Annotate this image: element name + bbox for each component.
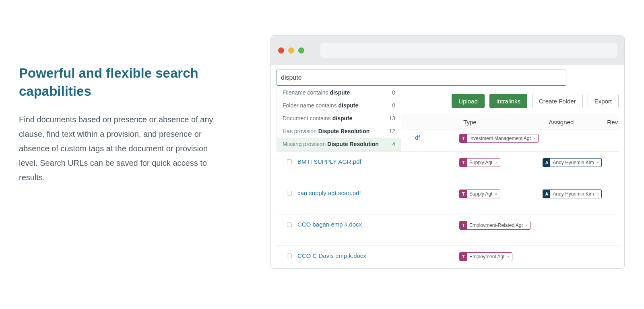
- assigned-tag[interactable]: A Andy Hyunmin Kim ×: [543, 158, 601, 167]
- remove-tag-icon[interactable]: ×: [507, 254, 512, 259]
- minimize-window-icon[interactable]: [288, 47, 294, 54]
- tag-badge-icon: T: [460, 159, 467, 167]
- suggestion-label: Missing provision Dispute Resolution: [283, 141, 379, 147]
- export-button[interactable]: Export: [588, 94, 619, 108]
- type-tag[interactable]: T Employment Agt ×: [459, 252, 512, 261]
- document-name[interactable]: can supply agt scan.pdf: [297, 190, 361, 196]
- table-row[interactable]: CCO C Davis emp k.docx T Employment Agt …: [277, 246, 619, 269]
- table-row[interactable]: can supply agt scan.pdf T Supply Agt × A…: [277, 183, 619, 214]
- zoom-window-icon[interactable]: [298, 47, 304, 54]
- tag-badge-icon: T: [460, 221, 467, 229]
- suggestion-label: Filename contains dispute: [283, 89, 350, 96]
- document-name[interactable]: df: [415, 134, 420, 141]
- column-header-assigned[interactable]: Assigned: [549, 119, 607, 126]
- marketing-body: Find documents based on presence or abse…: [19, 112, 224, 185]
- close-window-icon[interactable]: [278, 47, 284, 54]
- suggestion-count: 0: [386, 89, 395, 96]
- suggestion-document-contains[interactable]: Document contains dispute 13: [277, 112, 401, 125]
- suggestion-count: 0: [386, 102, 395, 109]
- tag-label: Supply Agt: [467, 191, 495, 197]
- search-input[interactable]: dispute: [277, 70, 566, 86]
- upload-button[interactable]: Upload: [452, 94, 485, 108]
- assigned-tag[interactable]: A Andy Hyunmin Kim ×: [543, 190, 601, 198]
- suggestion-count: 13: [386, 115, 395, 122]
- column-header-rev[interactable]: Rev: [607, 119, 619, 126]
- document-name[interactable]: BMTI SUPPLY AGR.pdf: [297, 158, 361, 165]
- remove-tag-icon[interactable]: ×: [597, 192, 601, 196]
- tag-label: Andy Hyunmin Kim: [550, 160, 596, 165]
- tag-badge-icon: T: [460, 253, 467, 261]
- table-row[interactable]: CCO bagan emp k.docx T Employment-Relate…: [277, 214, 619, 246]
- tag-label: Investment Management Agt: [467, 136, 533, 141]
- create-folder-button[interactable]: Create Folder: [532, 94, 583, 108]
- document-name[interactable]: CCO C Davis emp k.docx: [297, 252, 366, 259]
- tag-label: Employment Agt: [467, 254, 507, 260]
- suggestion-filename-contains[interactable]: Filename contains dispute 0: [277, 86, 401, 99]
- tag-badge-icon: T: [460, 134, 467, 142]
- remove-tag-icon[interactable]: ×: [495, 160, 500, 165]
- suggestion-label: Has provision Dispute Resolution: [283, 128, 369, 134]
- type-tag[interactable]: T Supply Agt ×: [459, 158, 500, 167]
- tag-label: Supply Agt: [467, 160, 495, 165]
- type-tag[interactable]: T Supply Agt ×: [459, 190, 500, 198]
- suggestion-folder-contains[interactable]: Folder name contains dispute 0: [277, 99, 401, 112]
- table-row[interactable]: BMTI SUPPLY AGR.pdf T Supply Agt × A And…: [277, 152, 619, 183]
- remove-tag-icon[interactable]: ×: [597, 160, 601, 165]
- remove-tag-icon[interactable]: ×: [525, 223, 530, 228]
- tag-badge-icon: T: [460, 190, 467, 198]
- row-checkbox[interactable]: [287, 222, 292, 227]
- window-titlebar: [271, 36, 624, 65]
- suggestion-missing-provision[interactable]: Missing provision Dispute Resolution 4: [277, 138, 401, 150]
- row-checkbox[interactable]: [287, 253, 292, 258]
- remove-tag-icon[interactable]: ×: [495, 192, 500, 196]
- type-tag[interactable]: T Employment-Related Agt ×: [459, 221, 530, 230]
- tag-badge-icon: A: [543, 159, 550, 167]
- suggestion-count: 12: [386, 128, 395, 134]
- suggestion-has-provision[interactable]: Has provision Dispute Resolution 12: [277, 125, 401, 138]
- intralinks-button[interactable]: Intralinks: [489, 94, 527, 108]
- remove-tag-icon[interactable]: ×: [533, 136, 538, 141]
- type-tag[interactable]: T Investment Management Agt ×: [459, 134, 539, 143]
- tag-badge-icon: A: [543, 190, 550, 198]
- row-checkbox[interactable]: [287, 191, 292, 196]
- column-header-type[interactable]: Type: [463, 119, 549, 126]
- window-controls: [278, 47, 304, 54]
- row-checkbox[interactable]: [287, 159, 292, 164]
- document-name[interactable]: CCO bagan emp k.docx: [297, 221, 362, 228]
- tag-label: Andy Hyunmin Kim: [550, 191, 596, 197]
- suggestion-label: Folder name contains dispute: [283, 102, 358, 109]
- app-window: dispute Filename contains dispute 0 Fold…: [270, 35, 625, 269]
- search-suggestions: Filename contains dispute 0 Folder name …: [277, 86, 401, 151]
- suggestion-label: Document contains dispute: [283, 115, 353, 122]
- tag-label: Employment-Related Agt: [467, 222, 525, 228]
- suggestion-count: 4: [386, 141, 395, 147]
- marketing-title: Powerful and flexible search capabilitie…: [19, 64, 224, 100]
- browser-address-bar[interactable]: [320, 43, 617, 58]
- search-input-value: dispute: [281, 74, 302, 81]
